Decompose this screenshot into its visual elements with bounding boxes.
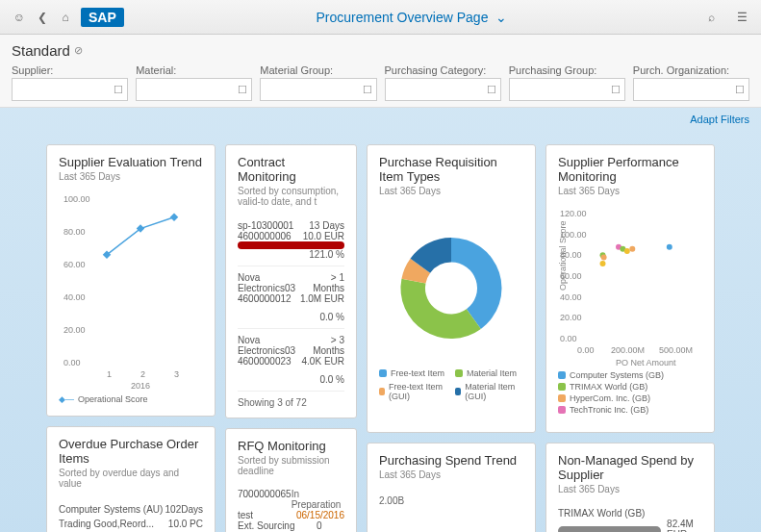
filter-input[interactable]: ☐ bbox=[633, 78, 749, 101]
menu-icon[interactable]: ☰ bbox=[730, 6, 753, 29]
svg-text:100.00: 100.00 bbox=[63, 194, 90, 204]
filter-label: Supplier: bbox=[12, 64, 128, 76]
pin-icon: ⊘ bbox=[74, 44, 83, 57]
adapt-filters-link[interactable]: Adapt Filters bbox=[690, 114, 749, 125]
svg-point-24 bbox=[624, 248, 630, 254]
legend-item: HyperCom. Inc. (GB) bbox=[558, 393, 702, 403]
card-title: Contract Monitoring bbox=[238, 155, 344, 184]
filter-field: Material Group: ☐ bbox=[260, 64, 376, 101]
filter-field: Purchasing Category: ☐ bbox=[385, 64, 501, 101]
svg-text:2: 2 bbox=[140, 369, 145, 379]
opo-item[interactable]: Computer Systems (AU)102Days Trading Goo… bbox=[59, 496, 203, 532]
variant-selector[interactable]: Standard ⊘ bbox=[12, 42, 749, 59]
card-title: Purchase Requisition Item Types bbox=[379, 155, 523, 184]
card-title: Purchasing Spend Trend bbox=[379, 453, 523, 468]
spend-val-1: 2.00B bbox=[379, 488, 523, 514]
svg-rect-8 bbox=[170, 213, 178, 220]
svg-point-27 bbox=[600, 261, 606, 266]
back-icon[interactable]: ❮ bbox=[31, 6, 54, 29]
card-subtitle: Last 365 Days bbox=[379, 469, 523, 480]
filter-bar: Standard ⊘ Supplier: ☐ Material: ☐ Mater… bbox=[0, 35, 761, 108]
page-title-text: Procurement Overview Page bbox=[316, 10, 488, 25]
svg-point-26 bbox=[667, 244, 672, 250]
rfq-item[interactable]: 7000000065In Preparation test06/15/2016 … bbox=[238, 484, 344, 532]
svg-text:60.00: 60.00 bbox=[63, 260, 86, 269]
card-title: RFQ Monitoring bbox=[238, 439, 344, 453]
filter-field: Material: ☐ bbox=[136, 64, 252, 101]
card-overdue-po[interactable]: Overdue Purchase Order Items Sorted by o… bbox=[46, 426, 216, 532]
filter-label: Material: bbox=[136, 64, 252, 76]
svg-text:40.00: 40.00 bbox=[63, 292, 86, 302]
card-subtitle: Last 365 Days bbox=[558, 186, 702, 196]
search-icon[interactable]: ⌕ bbox=[699, 6, 723, 29]
card-subtitle: Sorted by overdue days and value bbox=[59, 468, 203, 489]
svg-text:20.00: 20.00 bbox=[560, 313, 582, 322]
card-title: Supplier Performance Monitoring bbox=[558, 155, 702, 184]
card-title: Non-Managed Spend by Supplier bbox=[558, 453, 702, 482]
filter-input[interactable]: ☐ bbox=[385, 78, 501, 101]
spend-val-2: 1.52B bbox=[379, 514, 523, 532]
svg-text:80.00: 80.00 bbox=[63, 227, 86, 237]
legend-item: TRIMAX World (GB) bbox=[558, 382, 702, 392]
contract-item[interactable]: Nova Electronics03> 1 Months 46000000121… bbox=[238, 266, 344, 329]
card-supplier-eval[interactable]: Supplier Evaluation Trend Last 365 Days … bbox=[46, 144, 216, 417]
contract-item[interactable]: sp-1030000113 Days 460000000610.0 EUR 12… bbox=[238, 215, 344, 266]
adapt-filters-row: Adapt Filters bbox=[0, 108, 761, 135]
card-non-managed-spend[interactable]: Non-Managed Spend by Supplier Last 365 D… bbox=[545, 443, 715, 532]
card-subtitle: Last 365 Days bbox=[59, 171, 203, 182]
svg-text:20.00: 20.00 bbox=[63, 325, 86, 335]
variant-label: Standard bbox=[12, 42, 70, 59]
svg-text:120.00: 120.00 bbox=[560, 209, 587, 218]
card-subtitle: Sorted by consumption, valid-to date, an… bbox=[238, 186, 344, 207]
svg-text:500.00M: 500.00M bbox=[659, 345, 693, 355]
card-pr-item-types[interactable]: Purchase Requisition Item Types Last 365… bbox=[367, 144, 536, 433]
page-title[interactable]: Procurement Overview Page ⌄ bbox=[124, 10, 699, 25]
chevron-down-icon: ⌄ bbox=[495, 10, 507, 25]
filter-input[interactable]: ☐ bbox=[509, 78, 625, 101]
card-subtitle: Sorted by submission deadline bbox=[238, 455, 344, 476]
card-rfq-monitoring[interactable]: RFQ Monitoring Sorted by submission dead… bbox=[225, 428, 357, 532]
sap-logo: SAP bbox=[81, 8, 124, 27]
filter-input[interactable]: ☐ bbox=[260, 78, 376, 101]
svg-point-25 bbox=[629, 246, 635, 252]
donut-chart bbox=[379, 204, 523, 358]
svg-point-21 bbox=[601, 255, 607, 261]
shell-header: ☺ ❮ ⌂ SAP Procurement Overview Page ⌄ ⌕ … bbox=[0, 0, 761, 35]
filter-field: Supplier: ☐ bbox=[12, 64, 128, 101]
svg-text:3: 3 bbox=[174, 369, 179, 379]
svg-text:PO Net Amount: PO Net Amount bbox=[616, 358, 676, 367]
svg-text:2016: 2016 bbox=[131, 381, 150, 391]
svg-text:40.00: 40.00 bbox=[560, 292, 582, 302]
svg-text:0.00: 0.00 bbox=[560, 334, 577, 343]
filter-label: Purchasing Category: bbox=[385, 64, 501, 76]
filter-field: Purchasing Group: ☐ bbox=[509, 64, 625, 101]
card-subtitle: Last 365 Days bbox=[379, 186, 523, 196]
card-title: Overdue Purchase Order Items bbox=[59, 437, 203, 466]
card-contract-monitoring[interactable]: Contract Monitoring Sorted by consumptio… bbox=[225, 144, 357, 418]
legend-item: Free-text Item bbox=[379, 368, 447, 378]
showing-text: Showing 3 of 72 bbox=[238, 392, 344, 408]
home-icon[interactable]: ⌂ bbox=[54, 6, 77, 29]
filter-input[interactable]: ☐ bbox=[136, 78, 252, 101]
svg-text:0.00: 0.00 bbox=[577, 345, 595, 355]
filter-input[interactable]: ☐ bbox=[12, 78, 128, 101]
cards-container: Supplier Evaluation Trend Last 365 Days … bbox=[0, 135, 761, 532]
card-supplier-performance[interactable]: Supplier Performance Monitoring Last 365… bbox=[545, 144, 715, 433]
legend-item: Material Item (GUI) bbox=[455, 382, 523, 401]
legend-operational-score: ◆—Operational Score bbox=[59, 394, 203, 404]
svg-text:0.00: 0.00 bbox=[63, 358, 81, 367]
scatter-chart: 0.0020.0040.0060.0080.00100.00120.00 0.0… bbox=[558, 204, 702, 367]
svg-text:Operational Score: Operational Score bbox=[558, 220, 568, 291]
legend-item: Computer Systems (GB) bbox=[558, 370, 702, 380]
nms-item[interactable]: TRIMAX World (GB) 82.4M EUR bbox=[558, 502, 702, 532]
contract-item[interactable]: Nova Electronics03> 3 Months 46000000234… bbox=[238, 329, 344, 392]
card-spend-trend[interactable]: Purchasing Spend Trend Last 365 Days 2.0… bbox=[367, 443, 536, 532]
filter-label: Purchasing Group: bbox=[509, 64, 625, 76]
user-icon[interactable]: ☺ bbox=[8, 6, 31, 29]
filter-label: Purch. Organization: bbox=[633, 64, 749, 76]
legend-item: Material Item bbox=[455, 368, 523, 378]
line-chart: 0.0020.0040.0060.0080.00100.00 123 2016 bbox=[59, 190, 203, 392]
filter-label: Material Group: bbox=[260, 64, 376, 76]
legend-item: TechTronic Inc. (GB) bbox=[558, 405, 702, 415]
card-subtitle: Last 365 Days bbox=[558, 484, 702, 494]
